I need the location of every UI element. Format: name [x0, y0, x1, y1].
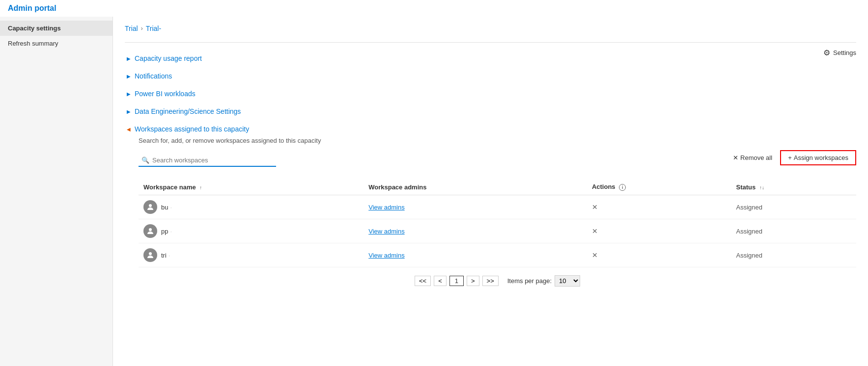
sort-asc-icon[interactable]: ↑ — [199, 185, 202, 190]
current-page: 1 — [449, 276, 464, 286]
status-badge: Assigned — [736, 204, 762, 211]
chevron-right-icon: ▶ — [127, 56, 131, 61]
dot-icon: · — [170, 228, 172, 235]
workspace-name: bu — [161, 204, 168, 211]
pagination: << < 1 > >> Items per page: 102550100 — [139, 275, 856, 287]
col-header-status: Status ↑↓ — [731, 179, 856, 195]
assign-workspaces-button[interactable]: + Assign workspaces — [780, 150, 856, 165]
breadcrumb: Trial › Trial- — [125, 25, 161, 32]
breadcrumb-separator: › — [141, 25, 143, 32]
sidebar: Capacity settings Refresh summary — [0, 17, 113, 366]
first-page-button[interactable]: << — [415, 276, 431, 286]
col-header-actions: Actions i — [587, 179, 731, 195]
table-row: pp · View admins ✕ Assigned — [139, 219, 856, 243]
chevron-right-icon: ▶ — [127, 74, 131, 79]
svg-point-2 — [149, 252, 152, 255]
remove-workspace-icon[interactable]: ✕ — [592, 203, 598, 211]
actions-row: ✕ Remove all + Assign workspaces — [733, 150, 856, 165]
prev-page-button[interactable]: < — [434, 276, 447, 286]
section-header-capacity-usage[interactable]: ▶ Capacity usage report — [125, 51, 856, 66]
section-header-power-bi[interactable]: ▶ Power BI workloads — [125, 86, 856, 102]
section-notifications: ▶ Notifications — [125, 68, 856, 84]
next-page-button[interactable]: > — [467, 276, 479, 286]
remove-workspace-icon[interactable]: ✕ — [592, 227, 598, 235]
workspace-status-cell: Assigned — [731, 195, 856, 219]
chevron-right-icon: ▶ — [127, 91, 131, 97]
col-header-admins: Workspace admins — [364, 179, 587, 195]
main-content: Trial › Trial- ⚙ Settings ▶ Capacity usa… — [113, 17, 868, 366]
workspaces-content: Search for, add, or remove workspaces as… — [125, 137, 856, 287]
avatar — [143, 248, 157, 262]
section-data-engineering: ▶ Data Engineering/Science Settings — [125, 104, 856, 119]
status-badge: Assigned — [736, 252, 762, 259]
section-power-bi: ▶ Power BI workloads — [125, 86, 856, 102]
remove-all-button[interactable]: ✕ Remove all — [733, 154, 772, 161]
svg-point-1 — [149, 228, 152, 231]
table-row: tri · View admins ✕ Assigned — [139, 243, 856, 267]
workspace-actions-cell: ✕ — [587, 219, 731, 243]
search-description: Search for, add, or remove workspaces as… — [139, 137, 856, 144]
dot-icon: · — [168, 252, 170, 259]
items-per-page-select[interactable]: 102550100 — [555, 275, 580, 287]
breadcrumb-trial[interactable]: Trial — [125, 25, 138, 32]
section-workspaces: ◀ Workspaces assigned to this capacity S… — [125, 121, 856, 287]
avatar — [143, 200, 157, 214]
chevron-down-icon: ◀ — [127, 127, 131, 132]
sort-both-icon[interactable]: ↑↓ — [759, 185, 764, 190]
workspace-admins-cell: View admins — [364, 219, 587, 243]
view-admins-link[interactable]: View admins — [368, 252, 404, 259]
items-per-page: Items per page: 102550100 — [507, 275, 580, 287]
workspace-admins-cell: View admins — [364, 195, 587, 219]
remove-workspace-icon[interactable]: ✕ — [592, 251, 598, 259]
search-icon: 🔍 — [141, 157, 149, 164]
plus-icon: + — [788, 154, 792, 161]
view-admins-link[interactable]: View admins — [368, 228, 404, 235]
sidebar-item-refresh-summary[interactable]: Refresh summary — [0, 36, 112, 51]
workspaces-table: Workspace name ↑ Workspace admins Action… — [139, 179, 856, 267]
workspace-status-cell: Assigned — [731, 243, 856, 267]
workspace-name-cell: pp · — [139, 219, 364, 243]
search-input-wrap: 🔍 — [139, 155, 276, 167]
sidebar-item-capacity-settings[interactable]: Capacity settings — [0, 21, 112, 36]
section-capacity-usage: ▶ Capacity usage report — [125, 51, 856, 66]
avatar — [143, 224, 157, 238]
svg-point-0 — [149, 204, 152, 207]
items-per-page-label: Items per page: — [507, 277, 552, 285]
header-divider — [125, 42, 856, 43]
section-header-data-engineering[interactable]: ▶ Data Engineering/Science Settings — [125, 104, 856, 119]
workspace-name: pp — [161, 228, 168, 235]
info-icon: i — [619, 184, 626, 191]
view-admins-link[interactable]: View admins — [368, 204, 404, 211]
table-row: bu · View admins ✕ Assigned — [139, 195, 856, 219]
gear-icon: ⚙ — [823, 48, 830, 57]
workspace-admins-cell: View admins — [364, 243, 587, 267]
col-header-name: Workspace name ↑ — [139, 179, 364, 195]
workspace-name-cell: bu · — [139, 195, 364, 219]
app-title: Admin portal — [8, 4, 56, 12]
search-input[interactable] — [152, 157, 270, 164]
status-badge: Assigned — [736, 228, 762, 235]
section-header-notifications[interactable]: ▶ Notifications — [125, 68, 856, 84]
settings-button[interactable]: ⚙ Settings — [823, 48, 856, 57]
section-header-workspaces[interactable]: ◀ Workspaces assigned to this capacity — [125, 121, 856, 137]
workspace-name-cell: tri · — [139, 243, 364, 267]
workspace-actions-cell: ✕ — [587, 195, 731, 219]
chevron-right-icon: ▶ — [127, 109, 131, 114]
workspace-actions-cell: ✕ — [587, 243, 731, 267]
workspace-name: tri — [161, 252, 167, 259]
dot-icon: · — [170, 204, 172, 211]
breadcrumb-trial-sub[interactable]: Trial- — [146, 25, 161, 32]
workspace-status-cell: Assigned — [731, 219, 856, 243]
close-icon: ✕ — [733, 154, 738, 161]
last-page-button[interactable]: >> — [482, 276, 499, 286]
